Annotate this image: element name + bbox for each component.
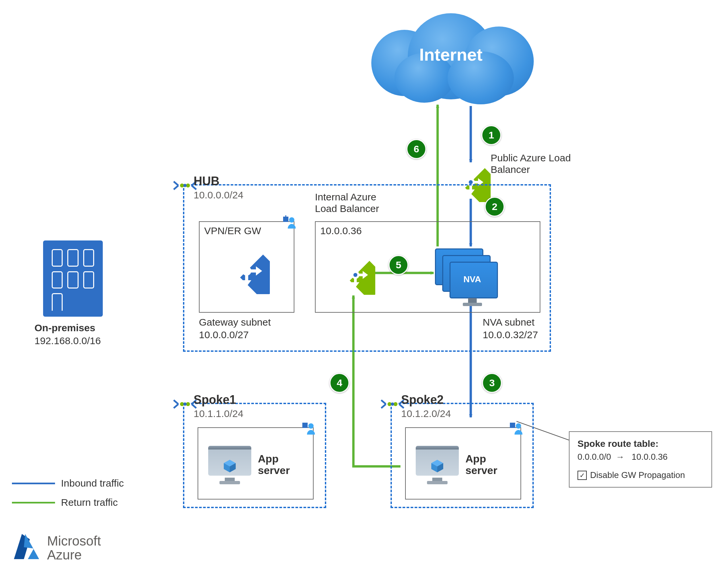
svg-point-28	[516, 423, 521, 429]
spoke1-appserver-label: App server	[258, 453, 290, 476]
svg-point-23	[308, 423, 314, 429]
nva-subnet: 10.0.0.36 NVA	[315, 221, 540, 313]
svg-rect-27	[510, 423, 515, 428]
brand-line2: Azure	[47, 548, 101, 562]
svg-point-26	[391, 403, 394, 406]
spoke2-cidr: 10.1.2.0/24	[401, 408, 451, 419]
checkbox-checked-icon: ✓	[577, 471, 587, 480]
legend-return: Return traffic	[12, 497, 118, 508]
gateway-subnet: VPN/ER GW	[199, 221, 294, 313]
user-pin-icon	[509, 421, 523, 436]
route-table-entry: 0.0.0.0/0 → 10.0.0.36	[577, 452, 703, 462]
legend-inbound-swatch	[12, 482, 55, 484]
hub-cidr: 10.0.0.0/24	[193, 190, 243, 201]
spoke2-title: Spoke2	[401, 393, 444, 407]
spoke1-title: Spoke1	[193, 393, 236, 407]
spoke1-vnet: Spoke1 10.1.1.0/24	[183, 403, 326, 508]
svg-point-11	[183, 184, 187, 187]
building-icon	[43, 241, 103, 316]
step-1: 1	[482, 125, 501, 145]
gateway-subnet-name: Gateway subnet 10.0.0.0/27	[199, 316, 271, 341]
hub-title: HUB	[193, 174, 219, 188]
legend-return-swatch	[12, 502, 55, 503]
svg-point-18	[354, 273, 357, 277]
disable-gw-propagation: ✓ Disable GW Propagation	[577, 470, 703, 480]
app-server-icon	[416, 446, 459, 482]
route-table-callout: Spoke route table: 0.0.0.0/0 → 10.0.0.36…	[569, 431, 712, 488]
svg-point-8	[469, 180, 473, 184]
legend-inbound: Inbound traffic	[12, 478, 124, 489]
spoke1-appserver-box: App server	[198, 427, 314, 499]
internet-cloud: Internet	[365, 13, 537, 100]
brand-line1: Microsoft	[47, 534, 101, 548]
internal-lb-ip: 10.0.0.36	[320, 225, 362, 237]
internal-lb-label: Internal Azure Load Balancer	[315, 191, 379, 214]
step-2: 2	[485, 197, 504, 217]
gateway-subnet-top-label: VPN/ER GW	[204, 225, 261, 237]
user-pin-icon	[282, 215, 296, 230]
internet-label: Internet	[419, 45, 483, 64]
svg-point-21	[183, 403, 187, 406]
svg-point-15	[242, 266, 251, 276]
step-4: 4	[330, 373, 349, 393]
step-5: 5	[389, 255, 409, 275]
user-pin-icon	[301, 421, 316, 436]
spoke1-cidr: 10.1.1.0/24	[193, 408, 243, 419]
nva-subnet-name: NVA subnet 10.0.0.32/27	[483, 316, 538, 341]
svg-rect-22	[302, 423, 308, 428]
internal-lb-icon	[336, 255, 375, 295]
azure-logo-icon	[10, 531, 41, 564]
azure-brand: Microsoft Azure	[10, 531, 101, 564]
public-lb-label: Public Azure Load Balancer	[491, 153, 571, 175]
on-premises-label: On-premises 192.168.0.0/16	[34, 321, 101, 347]
step-3: 3	[482, 373, 502, 393]
spoke2-appserver-label: App server	[465, 453, 497, 476]
route-table-title: Spoke route table:	[577, 439, 703, 449]
svg-rect-12	[283, 217, 288, 222]
vpn-gateway-icon	[224, 248, 270, 294]
nva-stack-icon: NVA	[435, 248, 504, 305]
spoke2-appserver-box: App server	[405, 427, 521, 499]
step-6: 6	[407, 139, 426, 159]
spoke2-vnet: Spoke2 10.1.2.0/24	[391, 403, 534, 508]
on-premises-block	[43, 241, 103, 316]
nva-label: NVA	[464, 274, 481, 284]
app-server-icon	[208, 446, 251, 482]
svg-point-13	[289, 217, 294, 223]
